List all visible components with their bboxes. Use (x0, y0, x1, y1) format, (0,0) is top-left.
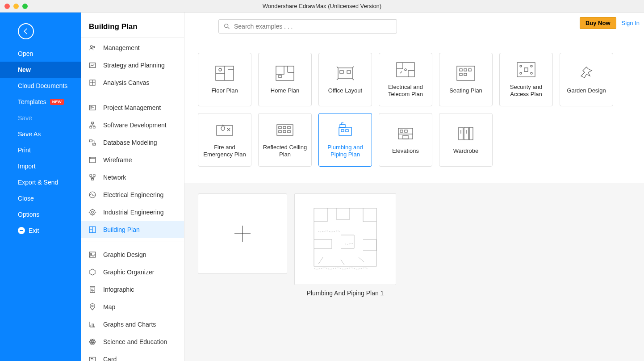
content-scroll[interactable]: Floor Plan Home Plan Office Layout Elect… (184, 40, 644, 361)
cat-wireframe[interactable]: Wireframe (81, 151, 184, 168)
tile-electrical-telecom[interactable]: Electrical and Telecom Plan (379, 53, 432, 106)
svg-rect-6 (90, 126, 92, 128)
back-button[interactable] (18, 23, 34, 39)
tile-label: Home Plan (271, 87, 299, 94)
search-icon (223, 23, 230, 30)
cat-label: Graphs and Charts (103, 321, 156, 328)
svg-rect-61 (400, 130, 403, 132)
svg-rect-59 (346, 130, 348, 132)
example-plumbing-1[interactable]: Plumbing And Piping Plan 1 (294, 193, 396, 301)
tile-wardrobe[interactable]: Wardrobe (439, 113, 493, 167)
tile-label: Floor Plan (211, 87, 238, 94)
nav-close[interactable]: Close (0, 190, 81, 206)
tile-fire[interactable]: Fire and Emergency Plan (198, 113, 251, 167)
tile-ceiling[interactable]: Reflected Ceiling Plan (258, 113, 312, 167)
cat-network[interactable]: Network (81, 168, 184, 186)
maximize-window-button[interactable] (22, 4, 28, 9)
tile-plumbing[interactable]: Plumbing and Piping Plan (318, 113, 372, 167)
svg-rect-39 (460, 69, 462, 71)
cat-industrial[interactable]: Industrial Engineering (81, 203, 184, 221)
nav-exit[interactable]: Exit (0, 222, 81, 239)
map-pin-icon (88, 302, 97, 311)
cat-graphic-design[interactable]: Graphic Design (81, 246, 184, 263)
svg-point-46 (531, 65, 532, 67)
cat-label: Industrial Engineering (103, 209, 163, 216)
buy-now-button[interactable]: Buy Now (580, 17, 616, 29)
svg-rect-32 (276, 66, 294, 80)
nav-templates-label: Templates (18, 98, 46, 105)
tile-label: Fire and Emergency Plan (202, 144, 247, 158)
plus-icon (233, 224, 252, 243)
nav-import[interactable]: Import (0, 158, 81, 174)
nav-options[interactable]: Options (0, 206, 81, 222)
nav-print[interactable]: Print (0, 142, 81, 158)
sign-in-link[interactable]: Sign In (622, 20, 640, 26)
tile-office-layout[interactable]: Office Layout (318, 53, 372, 106)
seating-icon (456, 65, 476, 82)
panel-title: Building Plan (81, 13, 184, 38)
tile-home-plan[interactable]: Home Plan (258, 53, 312, 106)
titlebar: Wondershare EdrawMax (Unlicensed Version… (0, 0, 644, 13)
nav-export-send[interactable]: Export & Send (0, 174, 81, 190)
sidebar-nav: Open New Cloud Documents Templates NEW S… (0, 13, 81, 361)
cat-analysis[interactable]: Analysis Canvas (81, 74, 184, 91)
tile-label: Elevations (392, 147, 419, 155)
cat-map[interactable]: Map (81, 298, 184, 315)
cat-label: Project Management (103, 104, 161, 111)
infographic-icon (88, 285, 97, 294)
tile-elevations[interactable]: Elevations (379, 113, 432, 167)
tile-label: Reflected Ceiling Plan (262, 144, 308, 158)
cat-management[interactable]: Management (81, 39, 184, 56)
svg-rect-44 (517, 63, 535, 77)
garden-icon (577, 65, 596, 82)
hierarchy-icon (88, 121, 97, 130)
category-group-3: Graphic Design Graphic Organizer Infogra… (81, 242, 184, 361)
nav-cloud-documents[interactable]: Cloud Documents (0, 78, 81, 94)
cat-strategy[interactable]: Strategy and Planning (81, 56, 184, 74)
nav-save-as[interactable]: Save As (0, 126, 81, 142)
svg-rect-66 (469, 127, 473, 140)
blank-template-card[interactable] (198, 193, 287, 274)
cat-label: Graphic Design (103, 251, 146, 258)
search-box[interactable] (218, 19, 397, 34)
cat-software[interactable]: Software Development (81, 116, 184, 134)
svg-point-45 (520, 65, 522, 67)
tile-garden[interactable]: Garden Design (560, 53, 613, 106)
plumbing-icon (335, 122, 355, 139)
example-label: Plumbing And Piping Plan 1 (294, 285, 396, 301)
cat-graphs[interactable]: Graphs and Charts (81, 315, 184, 333)
cat-label: Network (103, 174, 126, 181)
wave-icon (88, 190, 97, 199)
cat-infographic[interactable]: Infographic (81, 281, 184, 298)
cat-label: Building Plan (103, 226, 140, 233)
minimize-window-button[interactable] (13, 4, 19, 9)
nav-open[interactable]: Open (0, 46, 81, 62)
cat-science[interactable]: Science and Education (81, 333, 184, 350)
cat-graphic-organizer[interactable]: Graphic Organizer (81, 263, 184, 281)
close-window-button[interactable] (4, 4, 10, 9)
cat-card[interactable]: Card (81, 350, 184, 361)
svg-rect-57 (339, 127, 351, 135)
tile-seating[interactable]: Seating Plan (439, 53, 493, 106)
nav-new[interactable]: New (0, 62, 81, 78)
cat-building-plan[interactable]: Building Plan (81, 221, 184, 238)
search-input[interactable] (234, 23, 392, 30)
atom-icon (88, 337, 97, 346)
cat-electrical[interactable]: Electrical Engineering (81, 186, 184, 203)
svg-rect-42 (460, 73, 462, 76)
tile-security[interactable]: Security and Access Plan (499, 53, 553, 106)
nav-templates[interactable]: Templates NEW (0, 94, 81, 110)
cat-database[interactable]: Database Modeling (81, 134, 184, 151)
svg-point-47 (520, 72, 522, 74)
cat-project-management[interactable]: Project Management (81, 99, 184, 116)
network-icon (88, 173, 97, 182)
tile-floor-plan[interactable]: Floor Plan (198, 53, 251, 106)
svg-point-1 (93, 46, 95, 48)
svg-rect-54 (279, 130, 281, 133)
browser-icon (88, 155, 97, 164)
examples-section: Plumbing And Piping Plan 1 (184, 183, 644, 312)
exit-icon (18, 227, 25, 234)
new-badge: NEW (50, 99, 64, 105)
database-icon (88, 138, 97, 147)
tile-label: Wardrobe (453, 147, 479, 155)
